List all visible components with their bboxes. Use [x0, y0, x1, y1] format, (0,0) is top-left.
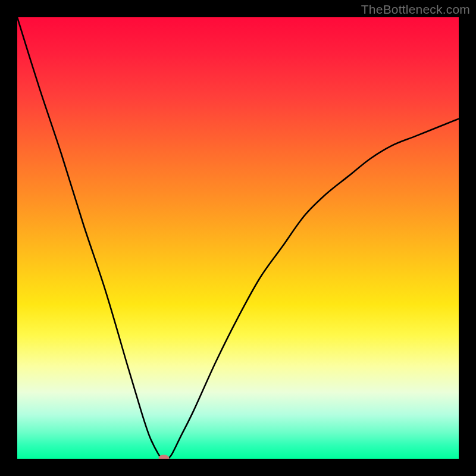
watermark-text: TheBottleneck.com: [361, 2, 470, 17]
outer-frame: TheBottleneck.com: [0, 0, 476, 476]
plot-area: [17, 17, 459, 459]
bottleneck-curve: [17, 17, 459, 459]
